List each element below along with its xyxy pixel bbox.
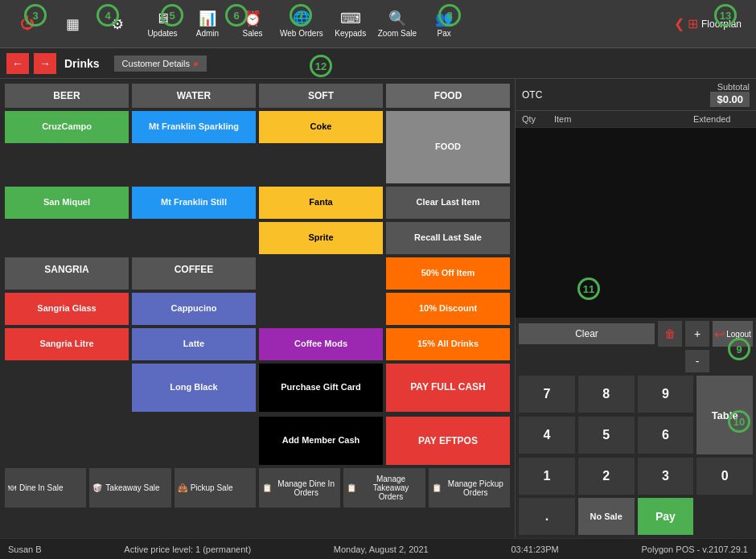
num-1-button[interactable]: 1: [519, 458, 575, 495]
items-row2: San Miquel Mt Franklin Still Fanta Clear…: [5, 187, 510, 219]
category-headers-top: BEER WATER SOFT FOOD: [5, 84, 510, 108]
decimal-button[interactable]: .: [519, 498, 575, 535]
pay-full-cash-button[interactable]: PAY FULL CASH: [386, 364, 510, 412]
mt-franklin-sparkling-button[interactable]: Mt Franklin Sparkling: [132, 111, 256, 143]
pay-eftpos-button[interactable]: PAY EFTPOS: [386, 417, 510, 465]
recall-last-sale-button[interactable]: Recall Last Sale: [386, 222, 510, 254]
keypads-label: Keypads: [335, 29, 366, 38]
latte-button[interactable]: Latte: [132, 328, 256, 360]
extended-col-header: Extended: [693, 114, 750, 124]
fanta-button[interactable]: Fanta: [259, 187, 383, 219]
register-header: OTC Subtotal $0.00: [516, 79, 756, 111]
sales-label: Sales: [242, 29, 262, 38]
item-col-header: Item: [554, 114, 693, 124]
logout-arrow-icon: ↩: [714, 327, 725, 342]
bottom-actions: 🍽 Dine In Sale 🥡 Takeaway Sale 👜 Pickup …: [5, 468, 510, 508]
logout-button[interactable]: ↩ Logout: [713, 321, 753, 347]
beer-category: BEER: [5, 84, 129, 108]
pay-button[interactable]: Pay: [638, 498, 694, 535]
50off-button[interactable]: 50% Off Item: [386, 257, 510, 290]
takeaway-icon: 🥡: [92, 483, 102, 492]
sprite-button[interactable]: Sprite: [259, 222, 383, 254]
pax-icon: 👥: [435, 10, 453, 27]
num-5-button[interactable]: 5: [578, 417, 635, 454]
num-3-button[interactable]: 3: [638, 458, 694, 495]
coke-button[interactable]: Coke: [259, 111, 383, 143]
num-7-button[interactable]: 7: [519, 376, 575, 413]
customer-details-button[interactable]: Customer Details ●: [114, 55, 207, 72]
mt-franklin-still-button[interactable]: Mt Franklin Still: [132, 187, 256, 219]
table-button[interactable]: Table: [696, 376, 753, 454]
floorplan-label: Floorplan: [701, 18, 742, 30]
clear-button[interactable]: Clear: [519, 323, 655, 344]
cappucino-button[interactable]: Cappucino: [132, 293, 256, 325]
items-row8: Add Member Cash PAY EFTPOS: [5, 417, 510, 465]
keypads-button[interactable]: ⌨ Keypads: [330, 4, 372, 44]
purchase-gift-card-button[interactable]: Purchase Gift Card: [259, 364, 383, 412]
minus-button[interactable]: -: [685, 350, 709, 372]
num-9-button[interactable]: 9: [638, 376, 694, 413]
items-row7: Long Black Purchase Gift Card PAY FULL C…: [5, 364, 510, 412]
dine-in-sale-button[interactable]: 🍽 Dine In Sale: [5, 468, 86, 508]
calc-button[interactable]: ▦: [51, 4, 93, 44]
back-button[interactable]: ←: [6, 53, 29, 74]
takeaway-sale-button[interactable]: 🥡 Takeaway Sale: [89, 468, 171, 508]
long-black-button[interactable]: Long Black: [132, 364, 256, 412]
zoomsale-button[interactable]: 🔍 Zoom Sale: [375, 4, 420, 44]
pax-button[interactable]: 👥 Pax: [423, 4, 465, 44]
15off-button[interactable]: 15% All Drinks: [386, 328, 510, 360]
numpad: Clear 🗑 + ↩ Logout - 7 8: [516, 318, 756, 538]
10off-button[interactable]: 10% Discount: [386, 293, 510, 325]
nosale-button[interactable]: No Sale: [578, 498, 635, 535]
sales-button[interactable]: ⏰ Sales: [232, 4, 273, 44]
soft-category: SOFT: [259, 84, 383, 108]
register-panel: OTC Subtotal $0.00 Qty Item Extended Cle…: [515, 79, 756, 538]
num-6-button[interactable]: 6: [638, 417, 694, 454]
pos-panel: BEER WATER SOFT FOOD CruzCampo Mt Frankl…: [0, 79, 515, 538]
admin-label: Admin: [196, 29, 219, 38]
num-8-button[interactable]: 8: [578, 376, 635, 413]
numpad-minus-row: -: [519, 350, 753, 372]
trash-button[interactable]: 🗑: [658, 321, 682, 347]
pax-label: Pax: [437, 29, 450, 38]
pickup-sale-button[interactable]: 👜 Pickup Sale: [175, 468, 256, 508]
admin-icon: 📊: [199, 10, 216, 27]
num-0-button[interactable]: 0: [696, 458, 753, 495]
plus-button[interactable]: +: [685, 321, 709, 347]
order-table-header: Qty Item Extended: [516, 111, 756, 128]
add-member-cash-button[interactable]: Add Member Cash: [259, 417, 383, 465]
num-2-button[interactable]: 2: [578, 458, 635, 495]
forward-button[interactable]: →: [34, 53, 56, 74]
subtotal-value: $0.00: [710, 92, 750, 107]
floorplan-button[interactable]: ❮ ⊞ Floorplan: [666, 11, 750, 36]
san-miquel-button[interactable]: San Miquel: [5, 187, 129, 219]
weborders-icon: 🌐: [293, 10, 310, 27]
manage-takeaway-button[interactable]: 📋 Manage Takeaway Orders: [343, 468, 425, 508]
updates-label: Updates: [147, 29, 177, 38]
food-button[interactable]: FOOD: [386, 111, 510, 183]
power-button[interactable]: ⏻: [6, 4, 48, 44]
trash-icon: 🗑: [664, 327, 676, 340]
coffee-mods-button[interactable]: Coffee Mods: [259, 328, 383, 360]
items-row1: CruzCampo Mt Franklin Sparkling Coke FOO…: [5, 111, 510, 183]
toolbar: ⏻ ▦ ⚙ 🖥 Updates 📊 Admin ⏰ Sales 🌐 Web Or…: [0, 0, 756, 48]
updates-button[interactable]: 🖥 Updates: [142, 4, 183, 44]
manage-dine-in-button[interactable]: 📋 Manage Dine In Orders: [259, 468, 340, 508]
num-4-button[interactable]: 4: [519, 417, 575, 454]
chevron-left-icon: ❮: [674, 16, 684, 31]
water-category: WATER: [132, 84, 256, 108]
otc-label: OTC: [522, 89, 542, 101]
manage-pickup-button[interactable]: 📋 Manage Pickup Orders: [429, 468, 510, 508]
sangria-litre-button[interactable]: Sangria Litre: [5, 328, 129, 360]
sangria-glass-button[interactable]: Sangria Glass: [5, 293, 129, 325]
settings-button[interactable]: ⚙: [97, 4, 138, 44]
customer-details-label: Customer Details: [122, 59, 190, 68]
admin-button[interactable]: 📊 Admin: [187, 4, 228, 44]
sangria-category: SANGRIA: [5, 257, 129, 290]
cruzcampo-button[interactable]: CruzCampo: [5, 111, 129, 143]
manage-takeaway-icon: 📋: [347, 483, 356, 492]
weborders-label: Web Orders: [280, 29, 323, 38]
food-category: FOOD: [386, 84, 510, 108]
clear-last-item-button[interactable]: Clear Last Item: [386, 187, 510, 219]
weborders-button[interactable]: 🌐 Web Orders: [277, 4, 327, 44]
